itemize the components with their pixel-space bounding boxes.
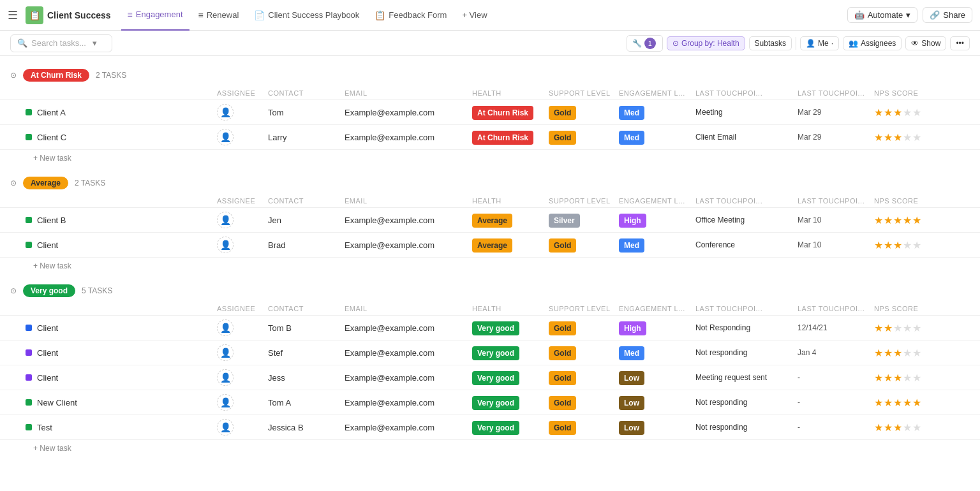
star-icon: ★ (903, 322, 912, 334)
email-cell: Example@example.com (342, 373, 470, 383)
star-icon: ★ (893, 214, 902, 226)
show-button[interactable]: 👁 Show (905, 36, 946, 50)
table-row[interactable]: Client C 👤 Larry Example@example.com At … (0, 125, 980, 150)
table-row[interactable]: Client A 👤 Tom Example@example.com At Ch… (0, 100, 980, 125)
star-icon: ★ (912, 397, 921, 409)
filter-icon: 🔧 (632, 39, 642, 48)
nps-cell: ★★★★★ (872, 106, 954, 119)
chevron-down-icon: ▾ (93, 38, 97, 48)
group-verygood-chevron[interactable]: ⊙ (10, 286, 17, 295)
support-cell: Gold (546, 423, 616, 432)
group-churn: ⊙ At Churn Risk 2 TASKS ASSIGNEE CONTACT… (0, 64, 980, 166)
subtasks-button[interactable]: Subtasks (749, 36, 792, 50)
contact-cell: Tom A (265, 398, 342, 407)
star-icon: ★ (874, 106, 883, 119)
dot-icon: · (831, 39, 833, 48)
filter-button[interactable]: 🔧 1 (627, 35, 663, 52)
contact-cell: Jessica B (265, 423, 342, 432)
col-touchpoint2: LAST TOUCHPOI... (795, 197, 872, 205)
col-support: SUPPORT LEVEL (546, 305, 616, 312)
task-name: Client A (23, 108, 214, 117)
automate-icon: 🤖 (854, 10, 865, 20)
star-icon: ★ (893, 347, 902, 359)
more-button[interactable]: ••• (950, 36, 970, 50)
star-icon: ★ (874, 214, 883, 226)
assignee-cell: 👤 (214, 129, 265, 145)
group-by-button[interactable]: ⊙ Group by: Health (667, 36, 745, 50)
col-health: HEALTH (470, 89, 546, 97)
task-dot (26, 242, 32, 248)
star-icon: ★ (884, 239, 893, 251)
task-dot (26, 217, 32, 223)
assignee-avatar: 👤 (217, 394, 234, 411)
col-email: EMAIL (342, 305, 470, 312)
tab-engagement[interactable]: ≡ Engagement (121, 0, 189, 31)
table-row[interactable]: Client 👤 Tom B Example@example.com Very … (0, 316, 980, 341)
col-name (23, 197, 214, 205)
star-icon: ★ (903, 106, 912, 119)
star-icon: ★ (893, 397, 902, 409)
assignees-button[interactable]: 👥 Assignees (843, 36, 902, 50)
date-cell: - (795, 373, 872, 382)
table-row[interactable]: Client B 👤 Jen Example@example.com Avera… (0, 208, 980, 233)
top-nav: ☰ 📋 Client Success ≡ Engagement ≡ Renewa… (0, 0, 980, 31)
nps-cell: ★★★★★ (872, 239, 954, 251)
task-name: Client (23, 373, 214, 383)
tab-renewal[interactable]: ≡ Renewal (192, 0, 246, 31)
toolbar-right: 🔧 1 ⊙ Group by: Health Subtasks 👤 Me · 👥… (627, 35, 970, 52)
new-task-button[interactable]: + New task (0, 440, 980, 457)
table-header-verygood: ASSIGNEE CONTACT EMAIL HEALTH SUPPORT LE… (0, 302, 980, 316)
engagement-cell: Low (616, 373, 693, 383)
table-row[interactable]: Client 👤 Brad Example@example.com Averag… (0, 233, 980, 258)
star-icon: ★ (912, 347, 921, 359)
task-dot (26, 325, 32, 331)
eye-icon: 👁 (911, 39, 919, 48)
task-dot (26, 374, 32, 381)
star-icon: ★ (874, 347, 883, 359)
health-cell: Average (470, 216, 546, 225)
tab-view[interactable]: + View (456, 0, 493, 31)
task-name: Test (23, 423, 214, 432)
hamburger-icon[interactable]: ☰ (8, 8, 18, 22)
star-icon: ★ (903, 214, 912, 226)
table-row[interactable]: Client 👤 Jess Example@example.com Very g… (0, 365, 980, 390)
share-button[interactable]: 🔗 Share (923, 7, 972, 23)
star-icon: ★ (884, 397, 893, 409)
col-engagement: ENGAGEMENT L... (616, 305, 693, 312)
logo-icon: 📋 (26, 6, 43, 24)
health-cell: Very good (470, 398, 546, 407)
col-support: SUPPORT LEVEL (546, 197, 616, 205)
col-health: HEALTH (470, 197, 546, 205)
tab-playbook[interactable]: 📄 Client Success Playbook (248, 0, 366, 31)
table-row[interactable]: Test 👤 Jessica B Example@example.com Ver… (0, 415, 980, 440)
new-task-button[interactable]: + New task (0, 258, 980, 274)
group-churn-chevron[interactable]: ⊙ (10, 71, 17, 80)
me-button[interactable]: 👤 Me · (800, 36, 839, 50)
group-average-chevron[interactable]: ⊙ (10, 179, 17, 187)
search-box[interactable]: 🔍 Search tasks... ▾ (10, 34, 112, 52)
col-assignee: ASSIGNEE (214, 197, 265, 205)
table-row[interactable]: Client 👤 Stef Example@example.com Very g… (0, 341, 980, 365)
support-cell: Gold (546, 348, 616, 358)
table-row[interactable]: New Client 👤 Tom A Example@example.com V… (0, 390, 980, 415)
nps-cell: ★★★★★ (872, 214, 954, 226)
tab-feedback[interactable]: 📋 Feedback Form (368, 0, 453, 31)
star-icon: ★ (893, 106, 902, 119)
group-average-count: 2 TASKS (75, 179, 105, 187)
content-area: ⊙ At Churn Risk 2 TASKS ASSIGNEE CONTACT… (0, 56, 980, 469)
automate-button[interactable]: 🤖 Automate ▾ (847, 7, 918, 23)
task-name: Client (23, 240, 214, 250)
new-task-button[interactable]: + New task (0, 150, 980, 166)
col-contact: CONTACT (265, 89, 342, 97)
star-icon: ★ (884, 421, 893, 434)
star-icon: ★ (893, 131, 902, 143)
assignee-avatar: 👤 (217, 129, 234, 145)
group-average-badge: Average (23, 177, 68, 189)
star-icon: ★ (893, 322, 902, 334)
col-health: HEALTH (470, 305, 546, 312)
search-icon: 🔍 (17, 38, 27, 48)
task-name: Client C (23, 133, 214, 142)
group-verygood: ⊙ Very good 5 TASKS ASSIGNEE CONTACT EMA… (0, 279, 980, 457)
task-name: Client (23, 323, 214, 333)
date-cell: - (795, 398, 872, 407)
